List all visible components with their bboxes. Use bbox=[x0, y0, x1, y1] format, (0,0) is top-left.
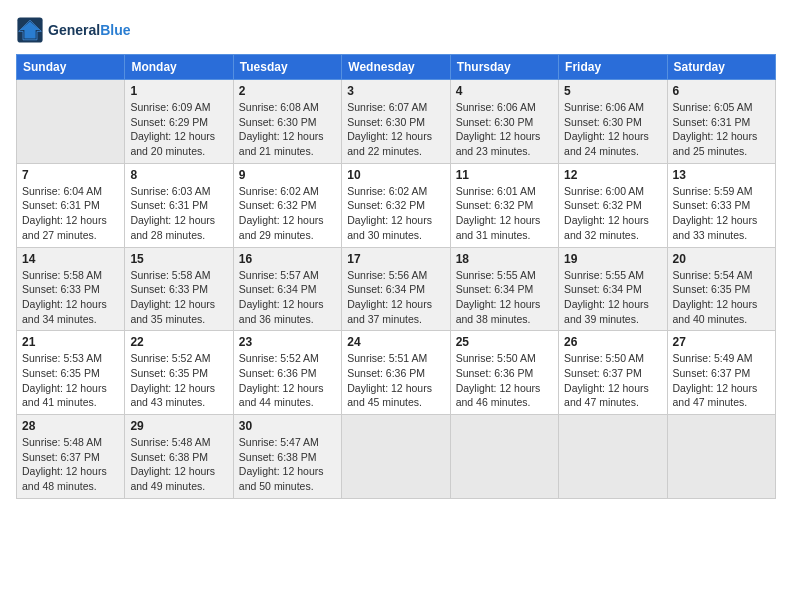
header-wednesday: Wednesday bbox=[342, 55, 450, 80]
calendar-week-row: 21Sunrise: 5:53 AMSunset: 6:35 PMDayligh… bbox=[17, 331, 776, 415]
header-tuesday: Tuesday bbox=[233, 55, 341, 80]
day-info: Sunrise: 5:51 AMSunset: 6:36 PMDaylight:… bbox=[347, 351, 444, 410]
day-number: 20 bbox=[673, 252, 770, 266]
day-info: Sunrise: 5:58 AMSunset: 6:33 PMDaylight:… bbox=[22, 268, 119, 327]
header-saturday: Saturday bbox=[667, 55, 775, 80]
day-number: 24 bbox=[347, 335, 444, 349]
calendar-cell: 29Sunrise: 5:48 AMSunset: 6:38 PMDayligh… bbox=[125, 415, 233, 499]
calendar-cell: 3Sunrise: 6:07 AMSunset: 6:30 PMDaylight… bbox=[342, 80, 450, 164]
day-number: 5 bbox=[564, 84, 661, 98]
day-info: Sunrise: 5:47 AMSunset: 6:38 PMDaylight:… bbox=[239, 435, 336, 494]
calendar-cell: 17Sunrise: 5:56 AMSunset: 6:34 PMDayligh… bbox=[342, 247, 450, 331]
day-info: Sunrise: 5:59 AMSunset: 6:33 PMDaylight:… bbox=[673, 184, 770, 243]
day-info: Sunrise: 5:50 AMSunset: 6:37 PMDaylight:… bbox=[564, 351, 661, 410]
day-info: Sunrise: 5:49 AMSunset: 6:37 PMDaylight:… bbox=[673, 351, 770, 410]
calendar-cell: 22Sunrise: 5:52 AMSunset: 6:35 PMDayligh… bbox=[125, 331, 233, 415]
day-number: 8 bbox=[130, 168, 227, 182]
calendar-cell: 20Sunrise: 5:54 AMSunset: 6:35 PMDayligh… bbox=[667, 247, 775, 331]
calendar-week-row: 7Sunrise: 6:04 AMSunset: 6:31 PMDaylight… bbox=[17, 163, 776, 247]
day-number: 15 bbox=[130, 252, 227, 266]
day-number: 29 bbox=[130, 419, 227, 433]
header-thursday: Thursday bbox=[450, 55, 558, 80]
calendar-cell bbox=[450, 415, 558, 499]
calendar-cell: 30Sunrise: 5:47 AMSunset: 6:38 PMDayligh… bbox=[233, 415, 341, 499]
day-info: Sunrise: 5:48 AMSunset: 6:37 PMDaylight:… bbox=[22, 435, 119, 494]
day-info: Sunrise: 5:55 AMSunset: 6:34 PMDaylight:… bbox=[456, 268, 553, 327]
day-info: Sunrise: 5:50 AMSunset: 6:36 PMDaylight:… bbox=[456, 351, 553, 410]
day-number: 19 bbox=[564, 252, 661, 266]
calendar-cell: 10Sunrise: 6:02 AMSunset: 6:32 PMDayligh… bbox=[342, 163, 450, 247]
day-number: 22 bbox=[130, 335, 227, 349]
day-info: Sunrise: 6:07 AMSunset: 6:30 PMDaylight:… bbox=[347, 100, 444, 159]
day-info: Sunrise: 5:56 AMSunset: 6:34 PMDaylight:… bbox=[347, 268, 444, 327]
calendar-cell: 27Sunrise: 5:49 AMSunset: 6:37 PMDayligh… bbox=[667, 331, 775, 415]
calendar-cell: 8Sunrise: 6:03 AMSunset: 6:31 PMDaylight… bbox=[125, 163, 233, 247]
logo-text: GeneralBlue bbox=[48, 22, 130, 39]
day-info: Sunrise: 6:01 AMSunset: 6:32 PMDaylight:… bbox=[456, 184, 553, 243]
calendar-header-row: SundayMondayTuesdayWednesdayThursdayFrid… bbox=[17, 55, 776, 80]
page-header: GeneralBlue bbox=[16, 16, 776, 44]
calendar-cell: 21Sunrise: 5:53 AMSunset: 6:35 PMDayligh… bbox=[17, 331, 125, 415]
day-number: 2 bbox=[239, 84, 336, 98]
day-number: 7 bbox=[22, 168, 119, 182]
day-number: 17 bbox=[347, 252, 444, 266]
day-number: 9 bbox=[239, 168, 336, 182]
day-info: Sunrise: 6:05 AMSunset: 6:31 PMDaylight:… bbox=[673, 100, 770, 159]
day-number: 21 bbox=[22, 335, 119, 349]
header-friday: Friday bbox=[559, 55, 667, 80]
day-info: Sunrise: 6:02 AMSunset: 6:32 PMDaylight:… bbox=[347, 184, 444, 243]
calendar-cell: 4Sunrise: 6:06 AMSunset: 6:30 PMDaylight… bbox=[450, 80, 558, 164]
calendar-cell: 18Sunrise: 5:55 AMSunset: 6:34 PMDayligh… bbox=[450, 247, 558, 331]
day-info: Sunrise: 5:48 AMSunset: 6:38 PMDaylight:… bbox=[130, 435, 227, 494]
day-info: Sunrise: 5:57 AMSunset: 6:34 PMDaylight:… bbox=[239, 268, 336, 327]
header-monday: Monday bbox=[125, 55, 233, 80]
calendar-cell: 14Sunrise: 5:58 AMSunset: 6:33 PMDayligh… bbox=[17, 247, 125, 331]
calendar-cell: 5Sunrise: 6:06 AMSunset: 6:30 PMDaylight… bbox=[559, 80, 667, 164]
calendar-cell bbox=[342, 415, 450, 499]
day-info: Sunrise: 6:04 AMSunset: 6:31 PMDaylight:… bbox=[22, 184, 119, 243]
day-number: 16 bbox=[239, 252, 336, 266]
calendar-cell: 1Sunrise: 6:09 AMSunset: 6:29 PMDaylight… bbox=[125, 80, 233, 164]
calendar-cell: 15Sunrise: 5:58 AMSunset: 6:33 PMDayligh… bbox=[125, 247, 233, 331]
calendar-cell: 26Sunrise: 5:50 AMSunset: 6:37 PMDayligh… bbox=[559, 331, 667, 415]
day-number: 27 bbox=[673, 335, 770, 349]
day-number: 14 bbox=[22, 252, 119, 266]
day-number: 28 bbox=[22, 419, 119, 433]
day-number: 11 bbox=[456, 168, 553, 182]
calendar-cell: 16Sunrise: 5:57 AMSunset: 6:34 PMDayligh… bbox=[233, 247, 341, 331]
calendar-cell: 6Sunrise: 6:05 AMSunset: 6:31 PMDaylight… bbox=[667, 80, 775, 164]
calendar-cell: 28Sunrise: 5:48 AMSunset: 6:37 PMDayligh… bbox=[17, 415, 125, 499]
logo: GeneralBlue bbox=[16, 16, 130, 44]
day-info: Sunrise: 5:55 AMSunset: 6:34 PMDaylight:… bbox=[564, 268, 661, 327]
day-info: Sunrise: 6:03 AMSunset: 6:31 PMDaylight:… bbox=[130, 184, 227, 243]
day-info: Sunrise: 6:09 AMSunset: 6:29 PMDaylight:… bbox=[130, 100, 227, 159]
day-number: 6 bbox=[673, 84, 770, 98]
calendar-week-row: 28Sunrise: 5:48 AMSunset: 6:37 PMDayligh… bbox=[17, 415, 776, 499]
calendar-cell: 9Sunrise: 6:02 AMSunset: 6:32 PMDaylight… bbox=[233, 163, 341, 247]
day-info: Sunrise: 5:52 AMSunset: 6:35 PMDaylight:… bbox=[130, 351, 227, 410]
calendar-cell: 23Sunrise: 5:52 AMSunset: 6:36 PMDayligh… bbox=[233, 331, 341, 415]
day-number: 18 bbox=[456, 252, 553, 266]
calendar-cell: 13Sunrise: 5:59 AMSunset: 6:33 PMDayligh… bbox=[667, 163, 775, 247]
day-info: Sunrise: 5:52 AMSunset: 6:36 PMDaylight:… bbox=[239, 351, 336, 410]
calendar-cell: 25Sunrise: 5:50 AMSunset: 6:36 PMDayligh… bbox=[450, 331, 558, 415]
calendar-cell: 7Sunrise: 6:04 AMSunset: 6:31 PMDaylight… bbox=[17, 163, 125, 247]
day-info: Sunrise: 6:00 AMSunset: 6:32 PMDaylight:… bbox=[564, 184, 661, 243]
header-sunday: Sunday bbox=[17, 55, 125, 80]
calendar-cell: 24Sunrise: 5:51 AMSunset: 6:36 PMDayligh… bbox=[342, 331, 450, 415]
calendar-cell: 2Sunrise: 6:08 AMSunset: 6:30 PMDaylight… bbox=[233, 80, 341, 164]
calendar-cell bbox=[17, 80, 125, 164]
calendar-cell bbox=[559, 415, 667, 499]
day-number: 1 bbox=[130, 84, 227, 98]
day-number: 4 bbox=[456, 84, 553, 98]
day-number: 3 bbox=[347, 84, 444, 98]
day-number: 13 bbox=[673, 168, 770, 182]
day-info: Sunrise: 5:58 AMSunset: 6:33 PMDaylight:… bbox=[130, 268, 227, 327]
day-info: Sunrise: 6:08 AMSunset: 6:30 PMDaylight:… bbox=[239, 100, 336, 159]
day-number: 26 bbox=[564, 335, 661, 349]
day-info: Sunrise: 6:02 AMSunset: 6:32 PMDaylight:… bbox=[239, 184, 336, 243]
day-info: Sunrise: 5:54 AMSunset: 6:35 PMDaylight:… bbox=[673, 268, 770, 327]
calendar-table: SundayMondayTuesdayWednesdayThursdayFrid… bbox=[16, 54, 776, 499]
calendar-cell: 19Sunrise: 5:55 AMSunset: 6:34 PMDayligh… bbox=[559, 247, 667, 331]
calendar-cell: 11Sunrise: 6:01 AMSunset: 6:32 PMDayligh… bbox=[450, 163, 558, 247]
